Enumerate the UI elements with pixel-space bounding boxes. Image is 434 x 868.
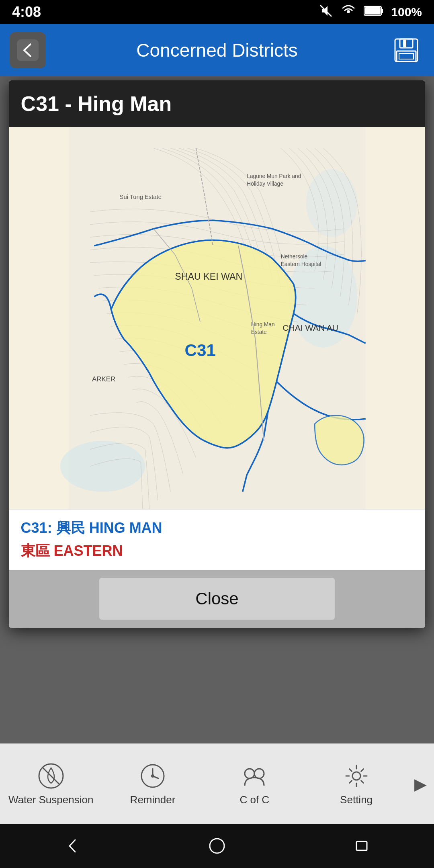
svg-point-12 <box>60 441 145 492</box>
svg-rect-8 <box>403 40 406 47</box>
nav-bar: Concerned Districts <box>0 24 434 76</box>
water-suspension-icon <box>37 762 66 790</box>
nav-item-reminder[interactable]: Reminder <box>105 762 201 806</box>
reminder-icon <box>138 762 167 790</box>
wifi-icon <box>340 4 356 21</box>
svg-point-32 <box>245 769 254 778</box>
svg-rect-10 <box>399 53 414 59</box>
svg-rect-2 <box>381 9 383 13</box>
svg-rect-36 <box>356 841 367 850</box>
mute-icon <box>319 4 333 21</box>
svg-rect-3 <box>365 7 381 14</box>
svg-text:Hing Man: Hing Man <box>251 321 274 328</box>
nav-item-water-suspension[interactable]: Water Suspension <box>3 762 99 806</box>
svg-text:Lagune Mun Park and: Lagune Mun Park and <box>247 173 301 179</box>
status-bar: 4:08 100% <box>0 0 434 24</box>
svg-rect-9 <box>397 51 416 61</box>
close-button[interactable]: Close <box>99 578 335 620</box>
nav-label-water-suspension: Water Suspension <box>8 794 93 806</box>
svg-line-27 <box>42 767 60 785</box>
legend-line2: 東區 EASTERN <box>21 541 414 561</box>
legend-line1: C31: 興民 HING MAN <box>21 518 414 538</box>
svg-text:Sui Tung Estate: Sui Tung Estate <box>119 194 161 200</box>
status-icons: 100% <box>319 4 422 21</box>
recents-nav-button[interactable] <box>350 834 374 858</box>
nav-label-reminder: Reminder <box>130 794 176 806</box>
nav-label-setting: Setting <box>340 794 373 806</box>
modal-footer: Close <box>9 570 426 628</box>
svg-text:SHAU KEI WAN: SHAU KEI WAN <box>175 271 242 282</box>
back-button[interactable] <box>10 32 46 68</box>
svg-text:CHAI WAN AU: CHAI WAN AU <box>283 323 338 332</box>
save-button[interactable] <box>388 32 424 68</box>
status-time: 4:08 <box>12 4 41 20</box>
more-button[interactable]: ▶ <box>410 771 431 797</box>
svg-point-35 <box>210 839 224 853</box>
modal-header: C31 - Hing Man <box>9 80 426 127</box>
coc-icon <box>240 762 269 790</box>
sys-nav-bar <box>0 824 434 868</box>
setting-icon <box>342 762 371 790</box>
nav-title: Concerned Districts <box>136 39 297 61</box>
home-nav-button[interactable] <box>205 834 229 858</box>
svg-text:ARKER: ARKER <box>92 375 115 383</box>
svg-text:Eastern Hospital: Eastern Hospital <box>280 261 321 267</box>
svg-text:C31: C31 <box>184 341 215 360</box>
map-container: C31 SHAU KEI WAN CHAI WAN AU Sui Tung Es… <box>9 127 426 509</box>
nav-item-setting[interactable]: Setting <box>309 762 404 806</box>
battery-percentage: 100% <box>391 5 422 19</box>
bottom-nav: Water Suspension Reminder C of C <box>0 743 434 824</box>
battery-icon <box>364 5 384 20</box>
svg-point-33 <box>254 769 264 778</box>
map-svg: C31 SHAU KEI WAN CHAI WAN AU Sui Tung Es… <box>9 127 426 509</box>
modal-dialog: C31 - Hing Man <box>9 80 426 628</box>
back-nav-button[interactable] <box>60 834 84 858</box>
svg-text:Nethersole: Nethersole <box>280 254 307 260</box>
nav-item-coc[interactable]: C of C <box>207 762 302 806</box>
modal-title: C31 - Hing Man <box>21 92 414 116</box>
map-legend: C31: 興民 HING MAN 東區 EASTERN <box>9 509 426 570</box>
nav-label-coc: C of C <box>240 794 269 806</box>
svg-text:Holiday Village: Holiday Village <box>247 181 283 187</box>
svg-rect-4 <box>17 39 39 61</box>
svg-point-34 <box>352 772 360 780</box>
